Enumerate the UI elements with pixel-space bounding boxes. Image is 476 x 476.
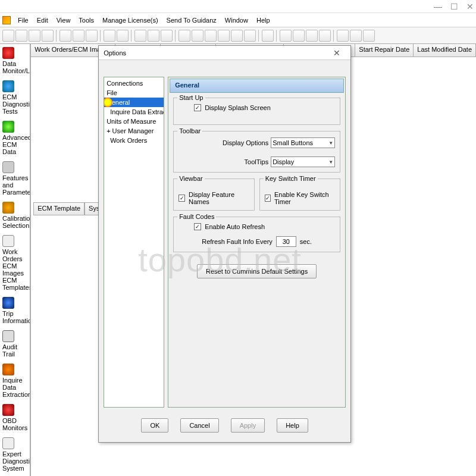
menu-tools[interactable]: Tools xyxy=(77,15,95,25)
sidebar-item[interactable]: Data Monitor/Logger xyxy=(0,44,30,77)
sidebar-icon xyxy=(2,330,14,342)
toolbar-button[interactable] xyxy=(29,30,40,42)
toolbar-button[interactable] xyxy=(262,30,274,42)
toolbar-button[interactable] xyxy=(161,30,173,42)
tree-node[interactable]: File xyxy=(104,88,164,98)
toolbar-button[interactable] xyxy=(42,30,54,42)
toolbar-button[interactable] xyxy=(60,30,71,42)
sidebar-item-label: Calibration Selection xyxy=(2,215,31,229)
sidebar-icon xyxy=(2,121,14,133)
menu-file[interactable]: File xyxy=(17,15,30,25)
reset-defaults-button[interactable]: Reset to Cummins Default Settings xyxy=(197,264,317,278)
toolbar xyxy=(0,27,476,44)
sidebar-icon xyxy=(2,437,14,449)
sidebar-item-label: OBD Monitors xyxy=(2,417,27,431)
sidebar-item-label: Data Monitor/Logger xyxy=(2,60,31,74)
menu-manage-licenses[interactable]: Manage License(s) xyxy=(101,15,159,25)
sidebar-item[interactable]: Inquire Data Extraction xyxy=(0,361,30,401)
menu-send-to-guidanz[interactable]: Send To Guidanz xyxy=(165,15,218,25)
tree-node[interactable]: Inquire Data Extraction xyxy=(104,107,164,117)
sidebar-item[interactable]: Features and Parameters xyxy=(0,158,30,199)
tree-node[interactable]: + User Manager xyxy=(104,126,164,136)
options-panel: General Start Up ✓ Display Splash Screen… xyxy=(168,77,346,408)
checkbox-feature-names[interactable]: ✓ xyxy=(178,195,185,202)
menu-window[interactable]: Window xyxy=(224,15,249,25)
app-icon xyxy=(2,16,11,24)
toolbar-button[interactable] xyxy=(104,30,115,42)
toolbar-button[interactable] xyxy=(73,30,84,42)
select-display-options[interactable]: Small Buttons xyxy=(271,137,335,148)
group-toolbar: Toolbar Display Options Small Buttons To… xyxy=(173,131,340,173)
window-titlebar: — ☐ ✕ xyxy=(0,0,476,13)
toolbar-button[interactable] xyxy=(231,30,243,42)
toolbar-button[interactable] xyxy=(205,30,217,42)
column-header[interactable]: Start Repair Date xyxy=(355,44,414,57)
toolbar-button[interactable] xyxy=(218,30,230,42)
checkbox-auto-refresh[interactable]: ✓ xyxy=(194,223,201,230)
sidebar-item[interactable]: Advanced ECM Data xyxy=(0,118,30,158)
cancel-button[interactable]: Cancel xyxy=(180,418,218,433)
minimize-icon[interactable]: — xyxy=(434,2,442,11)
toolbar-button[interactable] xyxy=(134,30,146,42)
sidebar-item-label: Trip Information xyxy=(2,310,31,324)
sidebar-item[interactable]: Audit Trail xyxy=(0,327,30,361)
maximize-icon[interactable]: ☐ xyxy=(450,2,458,11)
sidebar-item[interactable]: Trip Information xyxy=(0,294,30,327)
toolbar-button[interactable] xyxy=(244,30,256,42)
dialog-close-icon[interactable]: ✕ xyxy=(328,48,346,58)
tree-node[interactable]: General xyxy=(104,98,164,107)
menubar: File Edit View Tools Manage License(s) S… xyxy=(0,13,476,27)
toolbar-button[interactable] xyxy=(363,30,375,42)
sidebar-icon xyxy=(2,47,14,59)
options-dialog: Options ✕ Connections File General Inqui… xyxy=(98,45,351,443)
toolbar-button[interactable] xyxy=(192,30,203,42)
checkbox-keyswitch-timer[interactable]: ✓ xyxy=(265,195,271,202)
toolbar-button[interactable] xyxy=(350,30,362,42)
select-tooltips[interactable]: Display xyxy=(271,156,335,167)
sidebar-item-label: Expert Diagnostic System xyxy=(2,450,31,472)
sidebar-icon xyxy=(2,161,14,173)
toolbar-button[interactable] xyxy=(178,30,190,42)
column-header[interactable]: Last Modified Date xyxy=(414,44,476,57)
ok-button[interactable]: OK xyxy=(141,418,168,433)
toolbar-button[interactable] xyxy=(337,30,349,42)
toolbar-button[interactable] xyxy=(15,30,27,42)
toolbar-button[interactable] xyxy=(2,30,14,42)
viewbar: Data Monitor/LoggerECM Diagnostic TestsA… xyxy=(0,44,31,476)
close-icon[interactable]: ✕ xyxy=(466,2,474,11)
sidebar-item[interactable]: Expert Diagnostic System xyxy=(0,434,30,475)
sidebar-icon xyxy=(2,235,14,247)
toolbar-button[interactable] xyxy=(319,30,331,42)
sidebar-item[interactable]: Calibration Selection xyxy=(0,199,30,232)
menu-view[interactable]: View xyxy=(55,15,72,25)
dialog-title: Options xyxy=(104,49,126,57)
menu-edit[interactable]: Edit xyxy=(36,15,49,25)
toolbar-button[interactable] xyxy=(306,30,318,42)
tree-node[interactable]: Work Orders xyxy=(104,136,164,145)
sidebar-item[interactable]: ECM Diagnostic Tests xyxy=(0,77,30,118)
help-button[interactable]: Help xyxy=(277,418,308,433)
spinner-refresh-seconds[interactable]: 30 xyxy=(276,236,296,247)
options-tree: Connections File General Inquire Data Ex… xyxy=(104,77,164,408)
tree-node[interactable]: Connections xyxy=(104,79,164,88)
sidebar-item[interactable]: OBD Monitors xyxy=(0,401,30,434)
toolbar-button[interactable] xyxy=(117,30,129,42)
group-viewbar: Viewbar ✓ Display Feature Names xyxy=(173,178,255,211)
sidebar-item-label: ECM Diagnostic Tests xyxy=(2,93,31,115)
toolbar-button[interactable] xyxy=(293,30,305,42)
dialog-titlebar: Options ✕ xyxy=(99,46,350,60)
checkbox-splash-screen[interactable]: ✓ xyxy=(194,104,201,111)
toolbar-button[interactable] xyxy=(86,30,98,42)
sidebar-item-label: Features and Parameters xyxy=(2,174,31,196)
column-header[interactable]: ECM Template xyxy=(33,202,84,215)
tree-node[interactable]: Units of Measure xyxy=(104,117,164,126)
grid-header-secondary: ECM TemplateSyst xyxy=(33,202,105,215)
apply-button[interactable]: Apply xyxy=(231,418,265,433)
sidebar-item-label: Inquire Data Extraction xyxy=(2,377,31,398)
toolbar-button[interactable] xyxy=(148,30,159,42)
menu-help[interactable]: Help xyxy=(255,15,271,25)
toolbar-button[interactable] xyxy=(280,30,292,42)
sidebar-item-label: Work Orders ECM Images ECM Templates xyxy=(2,248,31,291)
sidebar-item-label: Advanced ECM Data xyxy=(2,134,31,155)
sidebar-item[interactable]: Work Orders ECM Images ECM Templates xyxy=(0,232,30,294)
